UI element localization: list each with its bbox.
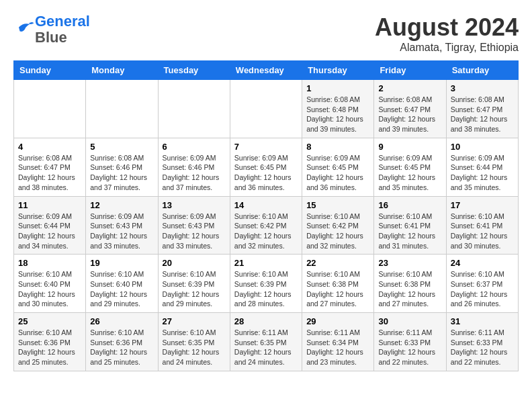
calendar-week-row: 1Sunrise: 6:08 AM Sunset: 6:48 PM Daylig… [14, 80, 519, 138]
day-number: 26 [90, 316, 153, 326]
day-number: 25 [18, 316, 81, 326]
day-info: Sunrise: 6:10 AM Sunset: 6:42 PM Dayligh… [306, 212, 369, 251]
calendar-day-cell: 10Sunrise: 6:09 AM Sunset: 6:44 PM Dayli… [446, 138, 518, 196]
month-title: August 2024 [375, 13, 519, 42]
calendar-day-cell: 22Sunrise: 6:10 AM Sunset: 6:38 PM Dayli… [302, 255, 374, 313]
day-info: Sunrise: 6:10 AM Sunset: 6:39 PM Dayligh… [163, 269, 226, 309]
calendar-day-cell [158, 80, 230, 138]
calendar-day-cell: 26Sunrise: 6:10 AM Sunset: 6:36 PM Dayli… [86, 313, 158, 371]
logo: General Blue [13, 13, 90, 46]
day-info: Sunrise: 6:09 AM Sunset: 6:45 PM Dayligh… [378, 153, 441, 193]
calendar-day-cell: 11Sunrise: 6:09 AM Sunset: 6:44 PM Dayli… [14, 196, 86, 255]
day-info: Sunrise: 6:10 AM Sunset: 6:42 PM Dayligh… [234, 212, 298, 251]
day-number: 6 [163, 142, 226, 152]
calendar-day-cell: 5Sunrise: 6:08 AM Sunset: 6:46 PM Daylig… [86, 138, 158, 196]
calendar-day-cell: 6Sunrise: 6:09 AM Sunset: 6:46 PM Daylig… [158, 138, 230, 196]
day-number: 7 [234, 142, 298, 152]
day-number: 3 [451, 83, 514, 93]
calendar-day-cell: 17Sunrise: 6:10 AM Sunset: 6:41 PM Dayli… [446, 196, 518, 255]
calendar-day-cell: 13Sunrise: 6:09 AM Sunset: 6:43 PM Dayli… [158, 196, 230, 255]
day-number: 30 [378, 316, 441, 326]
page-header: General Blue August 2024 Alamata, Tigray… [13, 13, 519, 54]
calendar-day-cell: 9Sunrise: 6:09 AM Sunset: 6:45 PM Daylig… [374, 138, 446, 196]
weekday-header-thursday: Thursday [302, 61, 374, 80]
day-info: Sunrise: 6:09 AM Sunset: 6:43 PM Dayligh… [163, 212, 226, 251]
calendar-day-cell: 14Sunrise: 6:10 AM Sunset: 6:42 PM Dayli… [230, 196, 302, 255]
day-number: 1 [306, 83, 369, 93]
day-info: Sunrise: 6:11 AM Sunset: 6:33 PM Dayligh… [451, 328, 514, 367]
day-info: Sunrise: 6:11 AM Sunset: 6:33 PM Dayligh… [378, 328, 441, 367]
weekday-header-saturday: Saturday [446, 61, 518, 80]
day-number: 15 [306, 200, 369, 210]
day-info: Sunrise: 6:09 AM Sunset: 6:43 PM Dayligh… [90, 212, 153, 251]
calendar-day-cell: 12Sunrise: 6:09 AM Sunset: 6:43 PM Dayli… [86, 196, 158, 255]
day-info: Sunrise: 6:09 AM Sunset: 6:46 PM Dayligh… [163, 153, 226, 193]
calendar-day-cell: 2Sunrise: 6:08 AM Sunset: 6:47 PM Daylig… [374, 80, 446, 138]
calendar-day-cell: 23Sunrise: 6:10 AM Sunset: 6:38 PM Dayli… [374, 255, 446, 313]
day-number: 27 [163, 316, 226, 326]
day-info: Sunrise: 6:10 AM Sunset: 6:38 PM Dayligh… [378, 269, 441, 309]
day-number: 11 [18, 200, 81, 210]
day-info: Sunrise: 6:09 AM Sunset: 6:44 PM Dayligh… [18, 212, 81, 251]
calendar-day-cell: 19Sunrise: 6:10 AM Sunset: 6:40 PM Dayli… [86, 255, 158, 313]
day-number: 16 [378, 200, 441, 210]
calendar-day-cell [14, 80, 86, 138]
weekday-header-wednesday: Wednesday [230, 61, 302, 80]
day-number: 12 [90, 200, 153, 210]
calendar-day-cell: 18Sunrise: 6:10 AM Sunset: 6:40 PM Dayli… [14, 255, 86, 313]
day-info: Sunrise: 6:10 AM Sunset: 6:41 PM Dayligh… [378, 212, 441, 251]
calendar-day-cell: 28Sunrise: 6:11 AM Sunset: 6:35 PM Dayli… [230, 313, 302, 371]
day-number: 29 [306, 316, 369, 326]
day-info: Sunrise: 6:10 AM Sunset: 6:38 PM Dayligh… [306, 269, 369, 309]
calendar-day-cell: 29Sunrise: 6:11 AM Sunset: 6:34 PM Dayli… [302, 313, 374, 371]
day-number: 21 [234, 258, 298, 268]
calendar-week-row: 25Sunrise: 6:10 AM Sunset: 6:36 PM Dayli… [14, 313, 519, 371]
calendar-day-cell: 1Sunrise: 6:08 AM Sunset: 6:48 PM Daylig… [302, 80, 374, 138]
day-number: 9 [378, 142, 441, 152]
calendar-day-cell [230, 80, 302, 138]
calendar-day-cell [86, 80, 158, 138]
calendar-day-cell: 30Sunrise: 6:11 AM Sunset: 6:33 PM Dayli… [374, 313, 446, 371]
day-info: Sunrise: 6:08 AM Sunset: 6:48 PM Dayligh… [306, 95, 369, 134]
day-number: 24 [451, 258, 514, 268]
day-number: 8 [306, 142, 369, 152]
calendar-day-cell: 4Sunrise: 6:08 AM Sunset: 6:47 PM Daylig… [14, 138, 86, 196]
calendar-day-cell: 3Sunrise: 6:08 AM Sunset: 6:47 PM Daylig… [446, 80, 518, 138]
day-info: Sunrise: 6:10 AM Sunset: 6:39 PM Dayligh… [234, 269, 298, 309]
day-number: 18 [18, 258, 81, 268]
calendar-week-row: 4Sunrise: 6:08 AM Sunset: 6:47 PM Daylig… [14, 138, 519, 196]
weekday-header-row: SundayMondayTuesdayWednesdayThursdayFrid… [14, 61, 519, 80]
weekday-header-sunday: Sunday [14, 61, 86, 80]
logo-text: General Blue [35, 13, 90, 46]
day-info: Sunrise: 6:10 AM Sunset: 6:35 PM Dayligh… [163, 328, 226, 367]
location-subtitle: Alamata, Tigray, Ethiopia [375, 42, 519, 54]
day-info: Sunrise: 6:10 AM Sunset: 6:36 PM Dayligh… [18, 328, 81, 367]
day-info: Sunrise: 6:08 AM Sunset: 6:47 PM Dayligh… [451, 95, 514, 134]
day-info: Sunrise: 6:09 AM Sunset: 6:45 PM Dayligh… [306, 153, 369, 193]
day-number: 28 [234, 316, 298, 326]
day-info: Sunrise: 6:09 AM Sunset: 6:44 PM Dayligh… [451, 153, 514, 193]
day-number: 19 [90, 258, 153, 268]
day-info: Sunrise: 6:08 AM Sunset: 6:47 PM Dayligh… [378, 95, 441, 134]
calendar-day-cell: 20Sunrise: 6:10 AM Sunset: 6:39 PM Dayli… [158, 255, 230, 313]
day-info: Sunrise: 6:10 AM Sunset: 6:40 PM Dayligh… [90, 269, 153, 309]
calendar-day-cell: 15Sunrise: 6:10 AM Sunset: 6:42 PM Dayli… [302, 196, 374, 255]
day-info: Sunrise: 6:10 AM Sunset: 6:40 PM Dayligh… [18, 269, 81, 309]
day-number: 14 [234, 200, 298, 210]
calendar-day-cell: 25Sunrise: 6:10 AM Sunset: 6:36 PM Dayli… [14, 313, 86, 371]
day-info: Sunrise: 6:10 AM Sunset: 6:36 PM Dayligh… [90, 328, 153, 367]
day-number: 4 [18, 142, 81, 152]
day-number: 23 [378, 258, 441, 268]
calendar-day-cell: 24Sunrise: 6:10 AM Sunset: 6:37 PM Dayli… [446, 255, 518, 313]
day-info: Sunrise: 6:08 AM Sunset: 6:47 PM Dayligh… [18, 153, 81, 193]
day-info: Sunrise: 6:11 AM Sunset: 6:35 PM Dayligh… [234, 328, 298, 367]
day-info: Sunrise: 6:10 AM Sunset: 6:41 PM Dayligh… [451, 212, 514, 251]
weekday-header-monday: Monday [86, 61, 158, 80]
calendar-day-cell: 7Sunrise: 6:09 AM Sunset: 6:45 PM Daylig… [230, 138, 302, 196]
day-number: 5 [90, 142, 153, 152]
calendar-day-cell: 21Sunrise: 6:10 AM Sunset: 6:39 PM Dayli… [230, 255, 302, 313]
day-info: Sunrise: 6:11 AM Sunset: 6:34 PM Dayligh… [306, 328, 369, 367]
logo-bird-icon [15, 18, 35, 38]
title-block: August 2024 Alamata, Tigray, Ethiopia [375, 13, 519, 54]
calendar-day-cell: 8Sunrise: 6:09 AM Sunset: 6:45 PM Daylig… [302, 138, 374, 196]
